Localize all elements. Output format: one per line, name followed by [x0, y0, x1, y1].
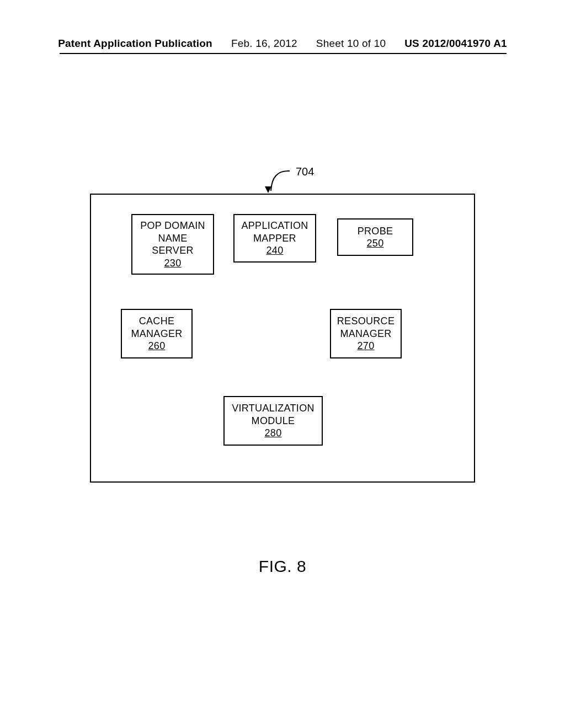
module-virtualization-module: VIRTUALIZATION MODULE 280	[223, 396, 323, 446]
module-pop-domain-name-server: POP DOMAIN NAME SERVER 230	[131, 214, 214, 275]
module-ref-num: 230	[164, 257, 182, 270]
module-ref-num: 260	[148, 340, 166, 352]
module-label-line: POP DOMAIN	[140, 220, 205, 232]
figure-caption: FIG. 8	[0, 557, 565, 576]
module-ref-num: 240	[266, 244, 284, 257]
module-label-line: VIRTUALIZATION	[232, 402, 315, 415]
module-label-line: MODULE	[252, 415, 295, 427]
module-label-line: MANAGER	[340, 328, 391, 340]
module-probe: PROBE 250	[337, 218, 413, 256]
module-label-line: SERVER	[152, 244, 194, 257]
header-date: Feb. 16, 2012	[231, 38, 297, 50]
module-resource-manager: RESOURCE MANAGER 270	[330, 309, 402, 358]
header-docnum: US 2012/0041970 A1	[404, 38, 507, 50]
header-rule	[60, 53, 507, 54]
module-application-mapper: APPLICATION MAPPER 240	[233, 214, 316, 263]
header-publication: Patent Application Publication	[58, 38, 212, 50]
arrowhead-icon	[265, 186, 271, 193]
module-label-line: APPLICATION	[242, 220, 308, 232]
page-header: Patent Application Publication Feb. 16, …	[0, 38, 565, 50]
module-ref-num: 280	[265, 427, 282, 440]
module-label-line: PROBE	[358, 225, 393, 238]
module-ref-num: 250	[367, 237, 384, 250]
svg-marker-0	[265, 186, 271, 193]
header-sheet: Sheet 10 of 10	[316, 38, 386, 50]
module-label-line: RESOURCE	[337, 315, 395, 328]
module-label-line: NAME	[158, 232, 187, 245]
module-label-line: MANAGER	[131, 328, 182, 340]
module-label-line: CACHE	[139, 315, 175, 328]
reference-numeral: 704	[296, 165, 314, 178]
module-cache-manager: CACHE MANAGER 260	[121, 309, 193, 358]
module-label-line: MAPPER	[253, 232, 296, 245]
module-ref-num: 270	[358, 340, 375, 352]
